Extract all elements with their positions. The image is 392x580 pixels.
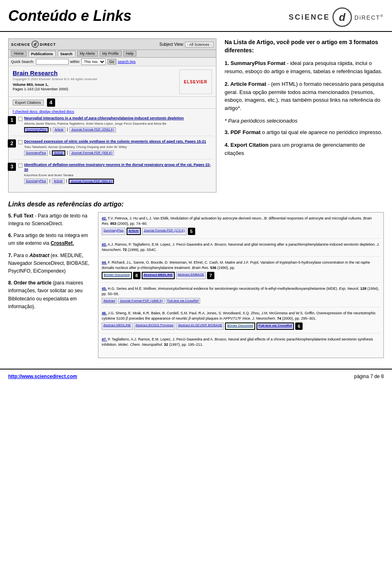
- format-number-3: 3.: [225, 129, 230, 135]
- abstract-desc: Para o Abstract (ex. MEDLINE, Navegador …: [8, 253, 89, 274]
- nav-home-button[interactable]: Home: [11, 51, 27, 56]
- ref-journal: J. Neurochem.: [252, 316, 276, 320]
- footer-url[interactable]: http://www.sciencedirect.com: [8, 374, 77, 379]
- page-footer: http://www.sciencedirect.com página 7 de…: [0, 369, 392, 383]
- article-links: SummaryPlus | Article | Journal Format-P…: [24, 179, 214, 184]
- pdf-1806-link[interactable]: Journal Format-PDF (1806 K): [118, 298, 164, 304]
- ref-number[interactable]: 45.: [102, 287, 107, 291]
- article-authors: Alberta-Javier Ramos, Patricia Tagliafer…: [24, 122, 214, 126]
- fulltext-crossref-link[interactable]: Full-text via CrossRef: [166, 298, 200, 304]
- sd-direct-text: DIRECT: [40, 43, 56, 47]
- ref-links: Abstract Journal Format-PDF (1806 K) Ful…: [102, 298, 380, 304]
- summaryplus-link[interactable]: SummaryPlus: [24, 150, 48, 156]
- reference-item: 42. T.V. Petrova, J. Hu and L.J. Van Eld…: [102, 216, 380, 239]
- journal-title[interactable]: Brain Research: [13, 69, 179, 76]
- abstract-embase-link[interactable]: Abstract-EMBASE: [176, 272, 206, 279]
- sd-article-list: 1. Neuroglial interactions in a model of…: [9, 114, 216, 192]
- checked-docs-link[interactable]: f checked docs: display checked docs: [13, 110, 74, 114]
- item-number-6: 6.: [8, 233, 13, 238]
- order-doc-link2[interactable]: $Order Document: [225, 322, 255, 330]
- article-authors: Toku Takahashi, Aomar Qoubaitary, Chung …: [24, 145, 214, 149]
- crossref-link[interactable]: CrossRef.: [51, 240, 74, 246]
- right-intro: Na Lista de Artigo, você pode ver o arti…: [225, 38, 384, 54]
- sciencedirect-ui-mockup: SCIENCE d DIRECT Subject View: - All Sci…: [8, 38, 216, 193]
- nav-myalerts-button[interactable]: My Alerts: [77, 51, 98, 56]
- summaryplus-ref-link[interactable]: SummaryPlus: [102, 228, 125, 235]
- quick-search-input[interactable]: [36, 59, 69, 65]
- abstract-medline-link[interactable]: Abstract-MEDLINE: [142, 272, 175, 279]
- nav-myprofile-button[interactable]: My Profile: [100, 51, 122, 56]
- article-checkbox[interactable]: [18, 117, 22, 121]
- article-content: Neuroglial interactions in a model of pa…: [24, 116, 214, 132]
- format-title-3: PDF Format: [230, 129, 261, 135]
- within-select[interactable]: This Issue: [81, 58, 106, 65]
- abstract-medline-link2[interactable]: Abstract-MEDLINE: [102, 322, 133, 330]
- pdf-link[interactable]: Journal Format-PDF (2592 K): [69, 127, 116, 132]
- summaryplus-link[interactable]: SummaryPlus: [24, 179, 48, 184]
- article-checkbox[interactable]: [18, 163, 22, 168]
- article-title[interactable]: Neuroglial interactions in a model of pa…: [24, 116, 214, 121]
- left-item-5: 5. Full Text - Para artigo de texto na í…: [8, 212, 90, 228]
- subject-view: Subject View: - All Sciences -: [159, 42, 214, 47]
- format-item-4: 4. Export Citation para um programa de g…: [225, 141, 384, 157]
- science-direct-logo: SCiENCE d DiRECT®: [289, 7, 384, 27]
- ref-journal: Molec. Chem. Neuropathol.: [118, 343, 163, 347]
- ref-number[interactable]: 47.: [102, 337, 107, 341]
- subject-view-value[interactable]: - All Sciences -: [185, 42, 214, 47]
- article-title[interactable]: Decreased expression of nitric oxide syn…: [24, 139, 214, 144]
- export-badge: 4: [47, 99, 55, 107]
- ref-links: SummaryPlus Article Journal Format-PDF (…: [102, 228, 380, 235]
- nav-help-button[interactable]: Help: [123, 51, 137, 56]
- summaryplus-link[interactable]: SummaryPlus: [24, 127, 49, 132]
- reference-item: 45. H.G. Series and M.E. Molliver, Immun…: [102, 286, 380, 307]
- format-number-2: 2.: [225, 81, 230, 87]
- article-checkbox[interactable]: [18, 140, 22, 144]
- ref-text: 45. H.G. Series and M.E. Molliver, Immun…: [102, 287, 379, 296]
- fulltext-crossref-link2[interactable]: Full-text via CrossRef: [256, 322, 294, 330]
- format-number-4: 4.: [225, 142, 230, 148]
- ref-badge-5: 5: [188, 228, 195, 235]
- article-title[interactable]: Identification of deflation-sensitive in…: [24, 163, 214, 172]
- sd-journal-left: Brain Research Copyright © 2002 Elsevier…: [13, 69, 179, 94]
- item-number-8: 8.: [8, 280, 13, 286]
- nav-publications-button[interactable]: Publications: [28, 51, 56, 56]
- order-doc-link[interactable]: $Order Document: [102, 272, 132, 279]
- link-separator: |: [66, 179, 67, 184]
- sd-checked-docs: f checked docs: display checked docs: [9, 109, 216, 114]
- bottom-header: Links desde as referências do artigo:: [8, 201, 384, 208]
- article-links: SummaryPlus | Article | Journal Format-P…: [24, 127, 214, 132]
- ref-number[interactable]: 44.: [102, 260, 107, 264]
- abstract-biosis-link[interactable]: Abstract-BIOSIS Previews: [134, 322, 175, 330]
- sd-header: SCIENCE d DIRECT Subject View: - All Sci…: [9, 39, 216, 50]
- ref-number[interactable]: 42.: [102, 216, 107, 220]
- nav-search-button[interactable]: Search: [58, 51, 76, 56]
- article-link[interactable]: Article: [52, 150, 65, 156]
- search-tips-link[interactable]: search tips: [118, 60, 136, 64]
- search-go-button[interactable]: Go: [107, 59, 116, 65]
- export-citations-button[interactable]: Export Citations: [13, 100, 44, 105]
- ref-number[interactable]: 46.: [102, 311, 107, 315]
- crossref-desc: Para artigo de texto na íntegra em um si…: [8, 233, 88, 246]
- references-panel: 42. T.V. Petrova, J. Hu and L.J. Van Eld…: [98, 212, 384, 358]
- ref-badge-8: 8: [133, 272, 140, 279]
- item-badge-1: 1: [8, 116, 16, 124]
- journal-volume: Volume 883, Issue 1,: [13, 83, 179, 87]
- ref-journal: J. Neurochem.: [102, 242, 380, 252]
- full-text-title: Full Text: [13, 213, 33, 219]
- link-separator: |: [49, 179, 51, 184]
- pdf-ref-link[interactable]: Journal Format-PDF (174 K): [142, 228, 187, 235]
- quick-search-label: Quick Search:: [11, 60, 34, 64]
- article-link[interactable]: Article: [53, 127, 65, 132]
- format-item-1: 1. SummaryPlus Format - ideal para pesqu…: [225, 59, 384, 75]
- article-ref-link[interactable]: Article: [127, 228, 141, 235]
- ref-number[interactable]: 43.: [102, 242, 107, 246]
- article-link[interactable]: Article: [52, 179, 64, 184]
- abstract-biobase-link[interactable]: Abstract-ELSEVIER BIOBASE: [176, 322, 224, 330]
- right-panel: Na Lista de Artigo, você pode ver o arti…: [225, 38, 384, 193]
- pdf-link[interactable]: Journal Format-PDF (984 K): [69, 179, 114, 184]
- abstract-link[interactable]: Abstract: [102, 298, 117, 304]
- sd-logo-text: SCIENCE: [11, 43, 30, 47]
- journal-pages: Pages 1-163 (10 November 2000): [13, 87, 179, 91]
- pdf-link[interactable]: Journal Format-PDF (306 K): [69, 150, 114, 156]
- link-separator: |: [50, 127, 51, 132]
